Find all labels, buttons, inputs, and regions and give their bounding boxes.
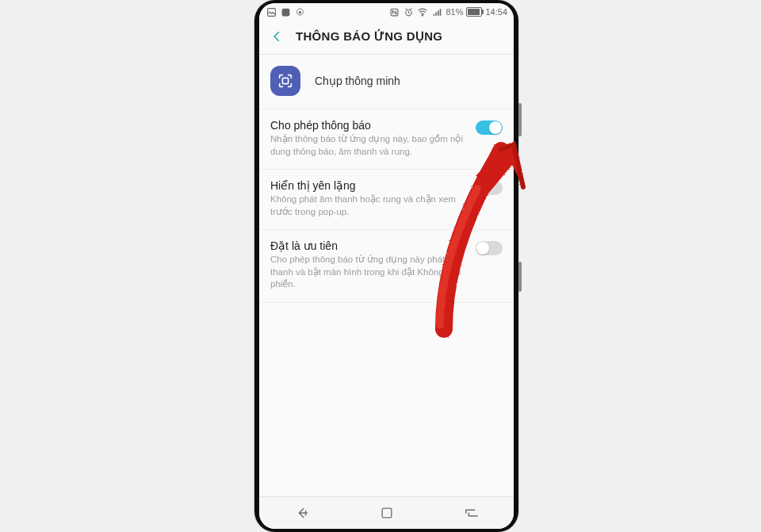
setting-allow-notifications[interactable]: Cho phép thông báo Nhận thông báo từ ứng…	[259, 109, 514, 170]
toggle-set-priority[interactable]	[476, 241, 503, 255]
setting-description: Không phát âm thanh hoặc rung và chặn xe…	[270, 193, 465, 218]
app-badge-icon	[280, 6, 291, 17]
toggle-allow-notifications[interactable]	[476, 121, 503, 135]
battery-icon	[466, 7, 482, 17]
back-button[interactable]	[269, 29, 285, 44]
setting-title: Hiển thị yên lặng	[270, 179, 465, 192]
android-nav-bar	[259, 496, 514, 529]
nav-home-icon[interactable]	[378, 504, 396, 522]
status-bar: 81% 14:54	[259, 3, 514, 21]
wifi-icon	[417, 6, 428, 17]
setting-show-silently[interactable]: Hiển thị yên lặng Không phát âm thanh ho…	[259, 170, 514, 230]
page-title: THÔNG BÁO ỨNG DỤNG	[296, 29, 442, 44]
signal-icon	[431, 6, 442, 17]
svg-rect-7	[382, 508, 392, 518]
nav-recents-icon[interactable]	[463, 504, 480, 522]
svg-rect-1	[281, 8, 289, 16]
setting-title: Cho phép thông báo	[270, 119, 465, 132]
setting-description: Cho phép thông báo từ ứng dụng này phát …	[270, 254, 465, 291]
setting-title: Đặt là ưu tiên	[270, 239, 465, 252]
battery-percent: 81%	[446, 7, 463, 17]
svg-point-5	[423, 14, 424, 16]
clock-time: 14:54	[485, 7, 507, 17]
phone-side-button	[518, 103, 522, 136]
setting-description: Nhận thông báo từ ứng dụng này, bao gồm …	[270, 133, 465, 158]
app-identity-row: Chụp thông minh	[259, 55, 514, 109]
phone-screen: 81% 14:54 THÔNG BÁO ỨNG DỤNG	[259, 3, 514, 529]
picture-icon	[266, 6, 277, 17]
settings-gear-icon	[294, 6, 305, 17]
nav-back-icon[interactable]	[293, 504, 311, 522]
app-name: Chụp thông minh	[315, 75, 400, 87]
nfc-icon	[388, 6, 400, 17]
setting-set-priority[interactable]: Đặt là ưu tiên Cho phép thông báo từ ứng…	[259, 230, 514, 303]
svg-point-2	[298, 10, 300, 13]
phone-side-button	[518, 262, 522, 292]
settings-list: Cho phép thông báo Nhận thông báo từ ứng…	[259, 109, 514, 303]
phone-body: 81% 14:54 THÔNG BÁO ỨNG DỤNG	[254, 0, 518, 532]
smart-capture-icon	[270, 66, 300, 96]
title-bar: THÔNG BÁO ỨNG DỤNG	[259, 21, 514, 55]
toggle-show-silently[interactable]	[476, 181, 503, 195]
svg-rect-6	[282, 78, 288, 83]
alarm-icon	[403, 6, 414, 17]
